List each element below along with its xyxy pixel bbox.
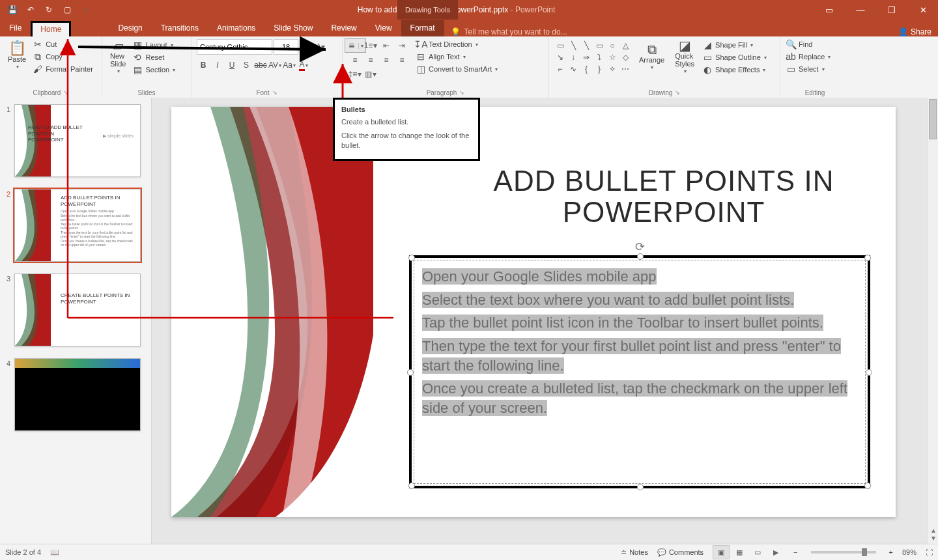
strike-button[interactable]: abc <box>254 59 267 72</box>
scrollbar-thumb[interactable] <box>929 99 937 139</box>
save-icon[interactable]: 💾 <box>7 4 18 16</box>
reading-view-icon[interactable]: ▭ <box>749 545 766 559</box>
section-button[interactable]: ▤Section▾ <box>132 64 175 75</box>
align-text-button[interactable]: ⊟Align Text▾ <box>416 51 498 62</box>
copy-button[interactable]: ⧉Copy <box>33 51 93 62</box>
tab-transitions[interactable]: Transitions <box>152 20 208 36</box>
paste-button[interactable]: 📋 Paste ▾ <box>5 42 29 72</box>
convert-smartart-button[interactable]: ◫Convert to SmartArt▾ <box>416 64 498 74</box>
tab-review[interactable]: Review <box>322 20 365 36</box>
replace-button[interactable]: abReplace▾ <box>786 51 844 62</box>
resize-handle[interactable] <box>637 253 644 260</box>
tab-view[interactable]: View <box>366 20 401 36</box>
thumbnail-2[interactable]: ADD BULLET POINTS IN POWERPOINT Open you… <box>14 189 141 262</box>
zoom-slider[interactable] <box>811 551 876 553</box>
bold-button[interactable]: B <box>197 59 210 72</box>
font-size-input[interactable] <box>274 39 298 55</box>
notes-button[interactable]: ≐ Notes <box>621 548 648 557</box>
ribbon-display-icon[interactable]: ▭ <box>814 0 844 20</box>
resize-handle[interactable] <box>866 369 872 376</box>
char-spacing-button[interactable]: AV▾ <box>268 59 281 72</box>
font-family-input[interactable] <box>197 39 272 55</box>
normal-view-icon[interactable]: ▣ <box>713 545 730 559</box>
thumbnail-row[interactable]: 4 <box>4 358 146 431</box>
rotation-handle-icon[interactable]: ⟳ <box>635 240 645 254</box>
thumbnail-1[interactable]: HOW TO ADD BULLET POINTS IN POWERPOINT ▶… <box>14 104 141 177</box>
resize-handle[interactable] <box>407 369 414 376</box>
fit-to-window-icon[interactable]: ⛶ <box>926 548 933 556</box>
zoom-percent[interactable]: 89% <box>902 548 917 556</box>
close-icon[interactable]: ✕ <box>908 0 938 20</box>
tab-format[interactable]: Format <box>401 20 444 36</box>
share-button[interactable]: 👤Share <box>898 27 931 36</box>
dialog-launcher-icon[interactable]: ↘ <box>272 89 277 96</box>
paragraph[interactable]: Select the text box where you want to ad… <box>422 290 857 310</box>
text-box-content[interactable]: Open your Google Slides mobile app Selec… <box>414 260 866 484</box>
italic-button[interactable]: I <box>211 59 224 72</box>
maximize-icon[interactable]: ❐ <box>877 0 907 20</box>
shape-fill-button[interactable]: ◢Shape Fill▾ <box>702 40 767 50</box>
paragraph[interactable]: Tap the bullet point list icon in the To… <box>422 313 857 333</box>
format-painter-button[interactable]: 🖌Format Painter <box>33 64 93 74</box>
new-slide-button[interactable]: ▱ New Slide▾ <box>107 39 128 76</box>
slide-title[interactable]: ADD BULLET POINTS IN POWERPOINT <box>471 165 857 229</box>
minimize-icon[interactable]: — <box>846 0 875 20</box>
underline-button[interactable]: U <box>225 59 238 72</box>
increase-indent-button[interactable]: ⇥ <box>395 39 409 52</box>
tab-animations[interactable]: Animations <box>208 20 264 36</box>
undo-icon[interactable]: ↶ <box>25 4 36 16</box>
arrange-button[interactable]: ⧉Arrange▾ <box>636 43 667 72</box>
start-slideshow-icon[interactable]: ▢ <box>61 4 73 16</box>
dialog-launcher-icon[interactable]: ↘ <box>675 89 680 96</box>
tab-slideshow[interactable]: Slide Show <box>264 20 322 36</box>
thumbnail-4[interactable] <box>14 358 141 431</box>
shadow-button[interactable]: S <box>240 59 253 72</box>
qat-customize-icon[interactable]: ▾ <box>80 4 92 16</box>
thumbnail-row[interactable]: 3 CREATE BULLET POINTS IN POWERPOINT <box>4 273 146 346</box>
line-spacing-button[interactable]: ‡≡▾ <box>348 68 362 81</box>
dialog-launcher-icon[interactable]: ↘ <box>459 89 464 96</box>
thumbnail-row[interactable]: 1 HOW TO ADD BULLET POINTS IN POWERPOINT… <box>4 104 146 177</box>
spellcheck-icon[interactable]: 📖 <box>50 548 59 557</box>
font-color-button[interactable]: A▾ <box>297 59 310 72</box>
quick-styles-button[interactable]: ◪Quick Styles▾ <box>672 39 697 76</box>
decrease-font-icon[interactable]: A▾ <box>314 40 327 53</box>
tell-me-search[interactable]: 💡Tell me what you want to do... <box>451 27 567 36</box>
next-slide-icon[interactable]: ▼ <box>930 535 937 542</box>
slide[interactable]: ADD BULLET POINTS IN POWERPOINT ⟳ Open y… <box>171 107 896 517</box>
text-box[interactable]: Open your Google Slides mobile app Selec… <box>409 255 870 488</box>
shape-effects-button[interactable]: ◐Shape Effects▾ <box>702 64 767 75</box>
columns-button[interactable]: ▥▾ <box>363 68 378 81</box>
resize-handle[interactable] <box>637 484 644 490</box>
decrease-indent-button[interactable]: ⇤ <box>379 39 393 52</box>
prev-slide-icon[interactable]: ▲ <box>930 527 937 534</box>
text-direction-button[interactable]: ↧AText Direction▾ <box>416 39 498 49</box>
numbering-button[interactable]: 1≡▾ <box>363 39 378 52</box>
shapes-gallery[interactable]: ▭╲╲▭○△ ↘↓⇒⤵☆◇ ⌐∿{}✧⋯ <box>554 40 631 74</box>
dialog-launcher-icon[interactable]: ↘ <box>63 89 68 96</box>
align-left-button[interactable]: ≡ <box>348 53 362 66</box>
tab-home[interactable]: Home <box>31 21 71 37</box>
layout-button[interactable]: ▦Layout▾ <box>132 40 175 50</box>
change-case-button[interactable]: Aa▾ <box>283 59 296 72</box>
cut-button[interactable]: ✂Cut <box>33 39 93 49</box>
align-center-button[interactable]: ≡ <box>363 53 378 66</box>
select-button[interactable]: ▭Select▾ <box>786 64 844 74</box>
find-button[interactable]: 🔍Find <box>786 39 844 49</box>
zoom-in-icon[interactable]: + <box>889 548 893 556</box>
thumbnail-row[interactable]: 2 ADD BULLET POINTS IN POWERPOINT Open y… <box>4 189 146 262</box>
sorter-view-icon[interactable]: ▦ <box>731 545 748 559</box>
align-right-button[interactable]: ≡ <box>379 53 393 66</box>
reset-button[interactable]: ⟲Reset <box>132 52 175 63</box>
paragraph[interactable]: Open your Google Slides mobile app <box>422 267 857 287</box>
slideshow-view-icon[interactable]: ▶ <box>767 545 784 559</box>
thumbnail-3[interactable]: CREATE BULLET POINTS IN POWERPOINT <box>14 273 141 346</box>
comments-button[interactable]: 💬 Comments <box>657 548 704 557</box>
vertical-scrollbar[interactable] <box>927 98 938 544</box>
zoom-out-icon[interactable]: − <box>793 548 797 556</box>
paragraph[interactable]: Then type the text for your first bullet… <box>422 337 857 375</box>
tab-file[interactable]: File <box>0 20 31 36</box>
zoom-slider-handle[interactable] <box>862 548 867 556</box>
tab-design[interactable]: Design <box>109 20 151 36</box>
justify-button[interactable]: ≡ <box>395 53 409 66</box>
